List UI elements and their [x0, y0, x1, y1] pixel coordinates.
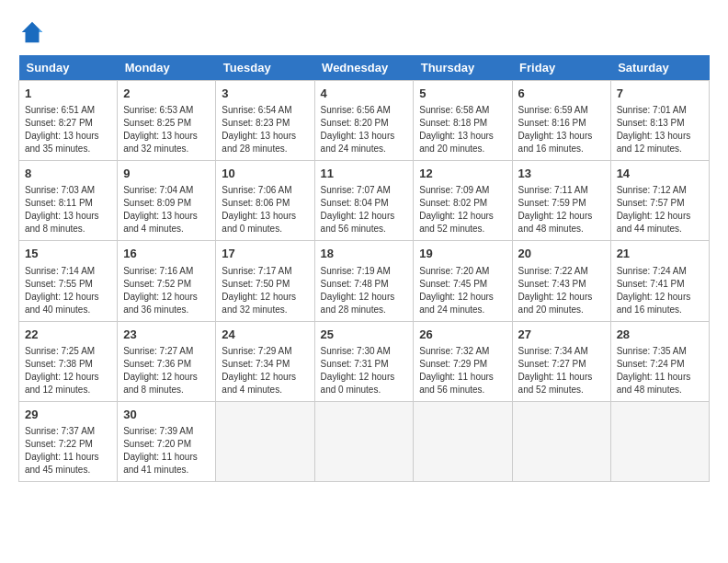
calendar-cell: [314, 401, 414, 481]
calendar-cell: 11Sunrise: 7:07 AM Sunset: 8:04 PM Dayli…: [314, 161, 414, 241]
day-info: Sunrise: 7:24 AM Sunset: 7:41 PM Dayligh…: [617, 265, 703, 316]
calendar-cell: [610, 401, 709, 481]
day-info: Sunrise: 7:34 AM Sunset: 7:27 PM Dayligh…: [518, 345, 605, 396]
calendar-cell: 8Sunrise: 7:03 AM Sunset: 8:11 PM Daylig…: [19, 161, 118, 241]
calendar-cell: 26Sunrise: 7:32 AM Sunset: 7:29 PM Dayli…: [414, 321, 512, 401]
week-row-4: 22Sunrise: 7:25 AM Sunset: 7:38 PM Dayli…: [19, 321, 710, 401]
day-info: Sunrise: 7:30 AM Sunset: 7:31 PM Dayligh…: [321, 345, 408, 396]
header-tuesday: Tuesday: [216, 55, 314, 81]
calendar-cell: 22Sunrise: 7:25 AM Sunset: 7:38 PM Dayli…: [19, 321, 118, 401]
day-number: 11: [321, 166, 408, 182]
calendar-cell: 30Sunrise: 7:39 AM Sunset: 7:20 PM Dayli…: [118, 401, 216, 481]
day-info: Sunrise: 7:25 AM Sunset: 7:38 PM Dayligh…: [25, 345, 111, 396]
day-number: 17: [222, 246, 308, 262]
header-saturday: Saturday: [610, 55, 709, 81]
day-number: 26: [419, 327, 506, 343]
day-number: 30: [123, 407, 210, 423]
calendar-cell: 15Sunrise: 7:14 AM Sunset: 7:55 PM Dayli…: [19, 241, 118, 321]
day-info: Sunrise: 7:22 AM Sunset: 7:43 PM Dayligh…: [518, 265, 605, 316]
header-friday: Friday: [512, 55, 610, 81]
header-row: SundayMondayTuesdayWednesdayThursdayFrid…: [19, 55, 710, 81]
day-info: Sunrise: 7:27 AM Sunset: 7:36 PM Dayligh…: [123, 345, 210, 396]
day-info: Sunrise: 6:56 AM Sunset: 8:20 PM Dayligh…: [321, 104, 408, 155]
calendar-cell: 28Sunrise: 7:35 AM Sunset: 7:24 PM Dayli…: [610, 321, 709, 401]
day-info: Sunrise: 6:54 AM Sunset: 8:23 PM Dayligh…: [222, 104, 308, 155]
week-row-5: 29Sunrise: 7:37 AM Sunset: 7:22 PM Dayli…: [19, 401, 710, 481]
day-number: 25: [321, 327, 408, 343]
day-number: 7: [617, 86, 703, 102]
day-number: 5: [419, 86, 506, 102]
day-info: Sunrise: 6:53 AM Sunset: 8:25 PM Dayligh…: [123, 104, 210, 155]
day-info: Sunrise: 7:07 AM Sunset: 8:04 PM Dayligh…: [321, 184, 408, 236]
calendar-cell: 18Sunrise: 7:19 AM Sunset: 7:48 PM Dayli…: [314, 241, 414, 321]
day-info: Sunrise: 7:11 AM Sunset: 7:59 PM Dayligh…: [518, 184, 605, 236]
day-info: Sunrise: 7:16 AM Sunset: 7:52 PM Dayligh…: [123, 265, 210, 316]
day-info: Sunrise: 7:19 AM Sunset: 7:48 PM Dayligh…: [321, 265, 408, 316]
day-number: 1: [25, 86, 111, 102]
day-info: Sunrise: 6:51 AM Sunset: 8:27 PM Dayligh…: [25, 104, 111, 155]
header-thursday: Thursday: [414, 55, 512, 81]
calendar-cell: 7Sunrise: 7:01 AM Sunset: 8:13 PM Daylig…: [610, 81, 709, 161]
day-info: Sunrise: 7:01 AM Sunset: 8:13 PM Dayligh…: [617, 104, 703, 155]
day-number: 20: [518, 246, 605, 262]
day-info: Sunrise: 7:03 AM Sunset: 8:11 PM Dayligh…: [25, 184, 111, 236]
calendar-cell: 9Sunrise: 7:04 AM Sunset: 8:09 PM Daylig…: [118, 161, 216, 241]
calendar-cell: 27Sunrise: 7:34 AM Sunset: 7:27 PM Dayli…: [512, 321, 610, 401]
calendar-cell: 24Sunrise: 7:29 AM Sunset: 7:34 PM Dayli…: [216, 321, 314, 401]
calendar-table: SundayMondayTuesdayWednesdayThursdayFrid…: [18, 55, 710, 482]
day-number: 21: [617, 246, 703, 262]
calendar-cell: 2Sunrise: 6:53 AM Sunset: 8:25 PM Daylig…: [118, 81, 216, 161]
day-info: Sunrise: 7:09 AM Sunset: 8:02 PM Dayligh…: [419, 184, 506, 236]
calendar-cell: 21Sunrise: 7:24 AM Sunset: 7:41 PM Dayli…: [610, 241, 709, 321]
day-number: 19: [419, 246, 506, 262]
day-number: 27: [518, 327, 605, 343]
day-info: Sunrise: 7:14 AM Sunset: 7:55 PM Dayligh…: [25, 265, 111, 316]
header-monday: Monday: [118, 55, 216, 81]
day-number: 12: [419, 166, 506, 182]
week-row-3: 15Sunrise: 7:14 AM Sunset: 7:55 PM Dayli…: [19, 241, 710, 321]
day-number: 4: [321, 86, 408, 102]
calendar-cell: 16Sunrise: 7:16 AM Sunset: 7:52 PM Dayli…: [118, 241, 216, 321]
day-info: Sunrise: 7:12 AM Sunset: 7:57 PM Dayligh…: [617, 184, 703, 236]
header-sunday: Sunday: [19, 55, 118, 81]
day-number: 10: [222, 166, 308, 182]
day-number: 9: [123, 166, 210, 182]
day-number: 24: [222, 327, 308, 343]
day-info: Sunrise: 7:06 AM Sunset: 8:06 PM Dayligh…: [222, 184, 308, 236]
day-number: 6: [518, 86, 605, 102]
day-info: Sunrise: 7:29 AM Sunset: 7:34 PM Dayligh…: [222, 345, 308, 396]
day-number: 14: [617, 166, 703, 182]
day-number: 15: [25, 246, 111, 262]
calendar-cell: 19Sunrise: 7:20 AM Sunset: 7:45 PM Dayli…: [414, 241, 512, 321]
day-info: Sunrise: 7:20 AM Sunset: 7:45 PM Dayligh…: [419, 265, 506, 316]
calendar-cell: [216, 401, 314, 481]
day-number: 16: [123, 246, 210, 262]
calendar-cell: 12Sunrise: 7:09 AM Sunset: 8:02 PM Dayli…: [414, 161, 512, 241]
day-info: Sunrise: 7:04 AM Sunset: 8:09 PM Dayligh…: [123, 184, 210, 236]
day-number: 22: [25, 327, 111, 343]
calendar-cell: 29Sunrise: 7:37 AM Sunset: 7:22 PM Dayli…: [19, 401, 118, 481]
day-number: 18: [321, 246, 408, 262]
day-info: Sunrise: 7:32 AM Sunset: 7:29 PM Dayligh…: [419, 345, 506, 396]
day-number: 13: [518, 166, 605, 182]
day-info: Sunrise: 7:35 AM Sunset: 7:24 PM Dayligh…: [617, 345, 703, 396]
calendar-cell: 10Sunrise: 7:06 AM Sunset: 8:06 PM Dayli…: [216, 161, 314, 241]
day-info: Sunrise: 7:39 AM Sunset: 7:20 PM Dayligh…: [123, 425, 210, 477]
calendar-cell: 23Sunrise: 7:27 AM Sunset: 7:36 PM Dayli…: [118, 321, 216, 401]
day-number: 3: [222, 86, 308, 102]
calendar-cell: 20Sunrise: 7:22 AM Sunset: 7:43 PM Dayli…: [512, 241, 610, 321]
week-row-2: 8Sunrise: 7:03 AM Sunset: 8:11 PM Daylig…: [19, 161, 710, 241]
day-number: 28: [617, 327, 703, 343]
calendar-cell: 13Sunrise: 7:11 AM Sunset: 7:59 PM Dayli…: [512, 161, 610, 241]
logo-icon: [18, 18, 46, 46]
calendar-cell: 25Sunrise: 7:30 AM Sunset: 7:31 PM Dayli…: [314, 321, 414, 401]
week-row-1: 1Sunrise: 6:51 AM Sunset: 8:27 PM Daylig…: [19, 81, 710, 161]
calendar-cell: 3Sunrise: 6:54 AM Sunset: 8:23 PM Daylig…: [216, 81, 314, 161]
calendar-cell: 1Sunrise: 6:51 AM Sunset: 8:27 PM Daylig…: [19, 81, 118, 161]
day-number: 23: [123, 327, 210, 343]
logo: [18, 18, 50, 46]
day-number: 2: [123, 86, 210, 102]
calendar-cell: 6Sunrise: 6:59 AM Sunset: 8:16 PM Daylig…: [512, 81, 610, 161]
page-header: [18, 18, 710, 46]
calendar-cell: 17Sunrise: 7:17 AM Sunset: 7:50 PM Dayli…: [216, 241, 314, 321]
